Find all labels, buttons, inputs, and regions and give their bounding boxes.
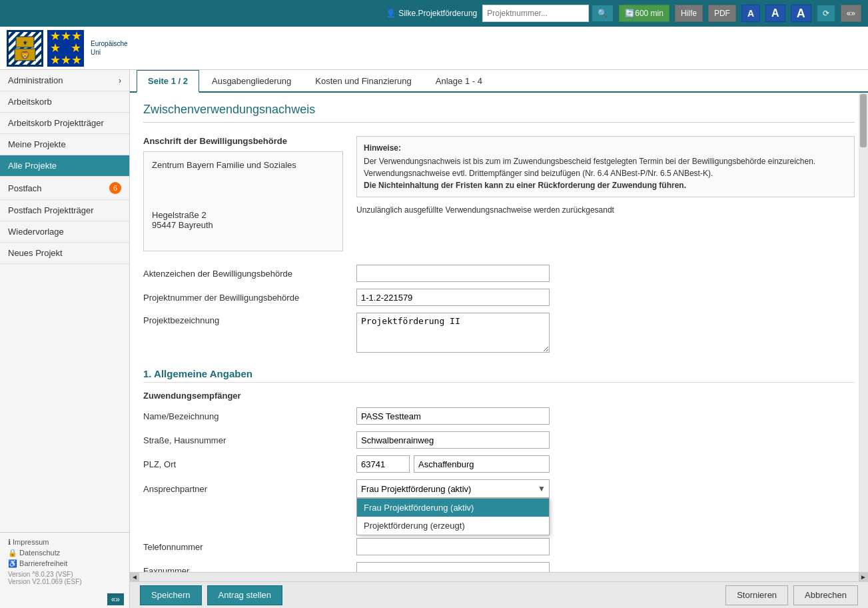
logo-area: ⚜ 🦁 ★★★★ ★★★★ Europäische Uni	[7, 30, 131, 67]
page-content: Zwischenverwendungsnachweis Anschrift de…	[130, 93, 868, 572]
sidebar-item-wiedervorlage[interactable]: Wiedervorlage	[0, 221, 129, 243]
scroll-right-arrow[interactable]: ►	[859, 573, 868, 582]
sidebar-collapse-button[interactable]: «»	[107, 593, 124, 605]
search-input[interactable]	[482, 5, 589, 22]
aktenzeichen-label: Aktenzeichen der Bewilligungsbehörde	[143, 269, 356, 279]
tab-seite1[interactable]: Seite 1 / 2	[137, 70, 199, 93]
telefon-row: Telefonnummer	[143, 538, 855, 555]
ansprechpartner-select-wrapper: Frau Projektförderung (aktiv) Projektför…	[356, 479, 550, 498]
sidebar-item-arbeitskorb[interactable]: Arbeitskorb	[0, 91, 129, 113]
abbrechen-button[interactable]: Abbrechen	[793, 585, 858, 605]
font-small-button[interactable]: A	[741, 5, 760, 22]
notice-title: Hinweise:	[364, 143, 847, 153]
scroll-track-h[interactable]	[141, 574, 857, 581]
sidebar-item-meine-projekte[interactable]: Meine Projekte	[0, 134, 129, 155]
search-button[interactable]: 🔍	[592, 5, 614, 22]
plz-input[interactable]	[356, 455, 410, 473]
hilfe-button[interactable]: Hilfe	[675, 5, 703, 22]
zuwendungsempfaenger-label: Zuwendungsempfänger	[143, 391, 855, 401]
sidebar: Administration › Arbeitskorb Arbeitskorb…	[0, 70, 130, 608]
bottom-right: Stornieren Abbrechen	[725, 585, 858, 605]
plz-label: PLZ, Ort	[143, 459, 356, 469]
aktenzeichen-input[interactable]	[356, 265, 550, 282]
search-area: 🔍	[482, 5, 614, 22]
sidebar-item-alle-projekte[interactable]: Alle Projekte	[0, 155, 129, 177]
ansprechpartner-select[interactable]: Frau Projektförderung (aktiv) Projektför…	[356, 479, 550, 498]
plz-row: PLZ, Ort	[143, 455, 855, 473]
bavaria-logo: ⚜ 🦁	[7, 30, 43, 67]
sidebar-item-label: Arbeitskorb	[8, 97, 52, 107]
telefon-input[interactable]	[356, 538, 550, 555]
impressum-link[interactable]: ℹ Impressum	[8, 538, 121, 547]
chevron-icon: ›	[119, 76, 121, 85]
ansprechpartner-row: Ansprechpartner Frau Projektförderung (a…	[143, 479, 855, 498]
strasse-input-wrapper	[356, 431, 550, 449]
sidebar-item-administration[interactable]: Administration ›	[0, 70, 129, 91]
allgemeine-heading: 1. Allgemeine Angaben	[143, 368, 855, 383]
telefon-input-wrapper	[356, 538, 550, 555]
sidebar-item-label: Postfach Projektträger	[8, 205, 94, 215]
svg-text:🦁: 🦁	[20, 50, 30, 60]
dropdown-option-aktiv[interactable]: Frau Projektförderung (aktiv)	[357, 499, 549, 517]
scrollbar-thumb[interactable]	[860, 94, 867, 147]
sidebar-item-postfach-pt[interactable]: Postfach Projektträger	[0, 200, 129, 221]
scroll-left-arrow[interactable]: ◄	[130, 573, 139, 582]
font-medium-button[interactable]: A	[765, 5, 785, 22]
timer-button[interactable]: 🔄 600 min	[619, 5, 669, 22]
sidebar-item-label: Postfach	[8, 183, 42, 193]
username: Silke.Projektförderung	[398, 9, 477, 18]
pdf-button[interactable]: PDF	[708, 5, 736, 22]
back-button[interactable]: «»	[841, 5, 861, 22]
sidebar-nav: Administration › Arbeitskorb Arbeitskorb…	[0, 70, 129, 532]
address-street: Hegelstraße 2	[152, 210, 334, 220]
top-bar: 👤 Silke.Projektförderung 🔍 🔄 600 min Hil…	[0, 0, 868, 27]
strasse-label: Straße, Hausnummer	[143, 435, 356, 445]
postfach-badge: 6	[109, 182, 121, 194]
tabs-bar: Seite 1 / 2 Ausgabengliederung Kosten un…	[130, 70, 868, 93]
sidebar-item-label: Administration	[8, 75, 63, 85]
accessibility-icon: ♿	[8, 559, 19, 567]
scrollbar-track[interactable]	[859, 93, 868, 572]
sidebar-item-label: Alle Projekte	[8, 161, 57, 171]
user-info: 👤 Silke.Projektförderung	[386, 9, 477, 18]
sidebar-item-label: Arbeitskorb Projektträger	[8, 118, 104, 128]
dropdown-option-erzeugt[interactable]: Projektförderung (erzeugt)	[357, 517, 549, 535]
sidebar-item-label: Neues Projekt	[8, 248, 63, 258]
address-box: Zentrum Bayern Familie und Soziales Hege…	[143, 151, 343, 251]
tab-ausgabengliederung[interactable]: Ausgabengliederung	[201, 70, 302, 91]
content-area: Seite 1 / 2 Ausgabengliederung Kosten un…	[130, 70, 868, 608]
sidebar-item-label: Meine Projekte	[8, 139, 66, 149]
stornieren-button[interactable]: Stornieren	[725, 585, 788, 605]
aktenzeichen-input-wrapper	[356, 265, 550, 282]
notice-line1: Der Verwendungsnachweis ist bis zum im Z…	[364, 157, 847, 166]
fax-input[interactable]	[356, 562, 550, 572]
font-large-button[interactable]: A	[791, 5, 811, 22]
sidebar-item-postfach[interactable]: Postfach 6	[0, 177, 129, 200]
address-name: Zentrum Bayern Familie und Soziales	[152, 160, 334, 170]
antrag-button[interactable]: Antrag stellen	[207, 585, 283, 605]
projektbezeichnung-textarea[interactable]: Projektförderung II	[356, 313, 550, 353]
user-icon: 👤	[386, 9, 396, 18]
svg-text:⚜: ⚜	[23, 40, 27, 46]
sidebar-footer: ℹ Impressum 🔒 Datenschutz ♿ Barrierefrei…	[0, 532, 129, 608]
info-icon: ℹ	[8, 538, 13, 546]
notice-line2: Verwendungsnachweise evtl. Drittempfänge…	[364, 169, 847, 178]
ort-input[interactable]	[414, 455, 550, 473]
speichern-button[interactable]: Speichern	[140, 585, 202, 605]
aktenzeichen-row: Aktenzeichen der Bewilligungsbehörde	[143, 265, 855, 282]
strasse-input[interactable]	[356, 431, 550, 449]
main-layout: Administration › Arbeitskorb Arbeitskorb…	[0, 70, 868, 608]
sidebar-item-neues-projekt[interactable]: Neues Projekt	[0, 243, 129, 264]
tab-kosten[interactable]: Kosten und Finanzierung	[304, 70, 423, 91]
eu-logo: ★★★★ ★★★★	[47, 30, 84, 67]
datenschutz-link[interactable]: 🔒 Datenschutz	[8, 549, 121, 557]
address-section: Anschrift der Bewilligungsbehörde Zentru…	[143, 136, 855, 251]
tab-anlage[interactable]: Anlage 1 - 4	[424, 70, 494, 91]
barrierefreiheit-link[interactable]: ♿ Barrierefreiheit	[8, 559, 121, 568]
horizontal-scrollbar[interactable]: ◄ ►	[130, 572, 868, 581]
name-input[interactable]	[356, 407, 550, 425]
name-input-wrapper	[356, 407, 550, 425]
projektnummer-input[interactable]	[356, 289, 550, 306]
refresh-button[interactable]: ⟳	[817, 5, 835, 22]
sidebar-item-arbeitskorb-pt[interactable]: Arbeitskorb Projektträger	[0, 113, 129, 134]
